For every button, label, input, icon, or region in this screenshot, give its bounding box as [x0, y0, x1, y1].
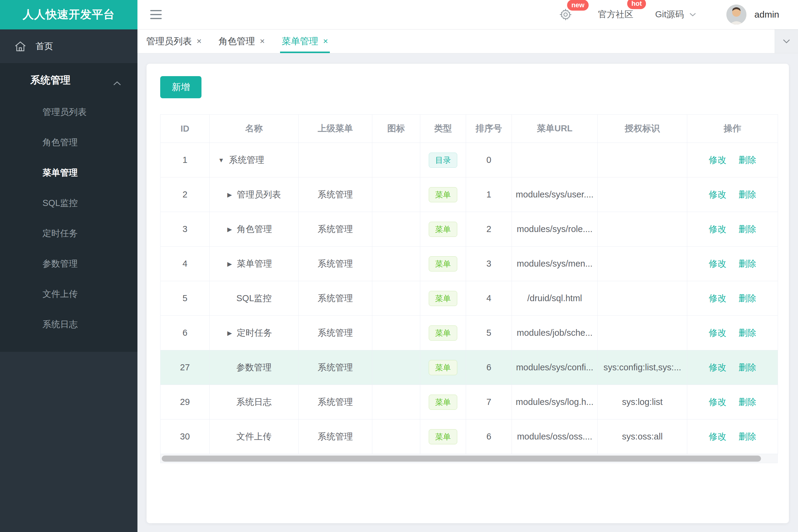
sidebar-item-角色管理[interactable]: 角色管理: [0, 127, 137, 158]
tab-角色管理[interactable]: 角色管理×: [219, 30, 264, 53]
main-content: 新增 ID名称上级菜单图标类型排序号菜单URL授权标识操作 1▼系统管理目录0修…: [137, 53, 798, 532]
cell-icon: [372, 419, 420, 454]
cell-parent-menu: 系统管理: [299, 385, 372, 419]
cell-order: 4: [466, 281, 512, 316]
cell-name: ▶角色管理: [210, 212, 299, 247]
tab-list-dropdown-button[interactable]: [775, 30, 798, 53]
column-header-操作: 操作: [687, 115, 778, 143]
edit-link[interactable]: 修改: [709, 190, 726, 199]
table-row[interactable]: 6▶定时任务系统管理菜单5modules/job/sche...修改删除: [161, 316, 778, 350]
tree-expand-icon[interactable]: ▶: [227, 226, 232, 233]
cell-name: ▶菜单管理: [210, 247, 299, 281]
table-row[interactable]: 3▶角色管理系统管理菜单2modules/sys/role....修改删除: [161, 212, 778, 247]
delete-link[interactable]: 删除: [739, 293, 756, 303]
table-row[interactable]: 4▶菜单管理系统管理菜单3modules/sys/men...修改删除: [161, 247, 778, 281]
cell-perms: sys:log:list: [598, 385, 687, 419]
tab-close-icon[interactable]: ×: [323, 36, 328, 46]
table-row[interactable]: 29系统日志系统管理菜单7modules/sys/log.h...sys:log…: [161, 385, 778, 419]
sidebar-section-toggle[interactable]: 系统管理: [0, 63, 137, 97]
app-logo: 人人快速开发平台: [0, 0, 137, 30]
sidebar-section-system: 系统管理 管理员列表角色管理菜单管理SQL监控定时任务参数管理文件上传系统日志: [0, 63, 137, 352]
sidebar-item-系统日志[interactable]: 系统日志: [0, 309, 137, 340]
sidebar-toggle-button[interactable]: [150, 10, 162, 19]
sidebar-item-定时任务[interactable]: 定时任务: [0, 218, 137, 249]
sidebar-item-参数管理[interactable]: 参数管理: [0, 249, 137, 279]
cell-menu-url: modules/sys/role....: [512, 212, 598, 247]
type-badge: 菜单: [429, 187, 457, 202]
tree-expand-icon[interactable]: ▶: [227, 191, 232, 198]
edit-link[interactable]: 修改: [709, 155, 726, 165]
cell-perms: sys:config:list,sys:...: [598, 350, 687, 385]
cell-perms: [598, 143, 687, 177]
tree-collapse-icon[interactable]: ▼: [218, 157, 224, 164]
edit-link[interactable]: 修改: [709, 397, 726, 407]
sidebar-submenu: 管理员列表角色管理菜单管理SQL监控定时任务参数管理文件上传系统日志: [0, 97, 137, 340]
cell-parent-menu: 系统管理: [299, 212, 372, 247]
sidebar-item-home[interactable]: 首页: [0, 30, 137, 63]
sidebar-item-管理员列表[interactable]: 管理员列表: [0, 97, 137, 127]
tree-expand-icon[interactable]: ▶: [227, 329, 232, 337]
cell-perms: [598, 212, 687, 247]
delete-link[interactable]: 删除: [739, 155, 756, 165]
cell-icon: [372, 177, 420, 212]
tree-expand-icon[interactable]: ▶: [227, 260, 232, 267]
edit-link[interactable]: 修改: [709, 259, 726, 268]
cell-parent-menu: 系统管理: [299, 281, 372, 316]
username[interactable]: admin: [754, 10, 779, 20]
cell-type: 菜单: [420, 212, 466, 247]
tab-菜单管理[interactable]: 菜单管理×: [282, 30, 328, 53]
cell-actions: 修改删除: [687, 316, 778, 350]
sidebar-item-文件上传[interactable]: 文件上传: [0, 279, 137, 309]
tab-close-icon[interactable]: ×: [260, 36, 264, 46]
header-right-cluster: new 官方社区 hot Git源码 admin: [559, 4, 779, 24]
tab-管理员列表[interactable]: 管理员列表×: [146, 30, 202, 53]
cell-name: ▶管理员列表: [210, 177, 299, 212]
edit-link[interactable]: 修改: [709, 432, 726, 441]
cell-parent-menu: [299, 143, 372, 177]
edit-link[interactable]: 修改: [709, 293, 726, 303]
delete-link[interactable]: 删除: [739, 224, 756, 234]
table-row[interactable]: 2▶管理员列表系统管理菜单1modules/sys/user....修改删除: [161, 177, 778, 212]
column-header-上级菜单: 上级菜单: [299, 115, 372, 143]
cell-order: 6: [466, 350, 512, 385]
cell-name: 文件上传: [210, 419, 299, 454]
sidebar-item-菜单管理[interactable]: 菜单管理: [0, 158, 137, 188]
horizontal-scrollbar[interactable]: [160, 454, 778, 463]
avatar[interactable]: [726, 4, 746, 24]
edit-link[interactable]: 修改: [709, 224, 726, 234]
cell-order: 2: [466, 212, 512, 247]
settings-button[interactable]: new: [559, 8, 572, 21]
scrollbar-thumb[interactable]: [162, 456, 761, 462]
cell-perms: [598, 247, 687, 281]
cell-id: 5: [161, 281, 210, 316]
column-header-授权标识: 授权标识: [598, 115, 687, 143]
community-link[interactable]: 官方社区 hot: [598, 8, 633, 21]
git-source-link[interactable]: Git源码: [655, 8, 697, 21]
cell-id: 2: [161, 177, 210, 212]
table-row[interactable]: 27参数管理系统管理菜单6modules/sys/confi...sys:con…: [161, 350, 778, 385]
delete-link[interactable]: 删除: [739, 328, 756, 338]
cell-actions: 修改删除: [687, 247, 778, 281]
table-row[interactable]: 5SQL监控系统管理菜单4/druid/sql.html修改删除: [161, 281, 778, 316]
cell-id: 3: [161, 212, 210, 247]
sidebar-item-SQL监控[interactable]: SQL监控: [0, 188, 137, 218]
menu-management-panel: 新增 ID名称上级菜单图标类型排序号菜单URL授权标识操作 1▼系统管理目录0修…: [147, 64, 789, 523]
delete-link[interactable]: 删除: [739, 432, 756, 441]
cell-icon: [372, 143, 420, 177]
delete-link[interactable]: 删除: [739, 362, 756, 372]
delete-link[interactable]: 删除: [739, 259, 756, 268]
type-badge: 目录: [429, 153, 457, 168]
cell-name: 参数管理: [210, 350, 299, 385]
cell-actions: 修改删除: [687, 143, 778, 177]
table-row[interactable]: 30文件上传系统管理菜单6modules/oss/oss....sys:oss:…: [161, 419, 778, 454]
tab-label: 角色管理: [219, 35, 255, 48]
add-button[interactable]: 新增: [160, 76, 202, 98]
cell-name: ▶定时任务: [210, 316, 299, 350]
table-row[interactable]: 1▼系统管理目录0修改删除: [161, 143, 778, 177]
delete-link[interactable]: 删除: [739, 397, 756, 407]
delete-link[interactable]: 删除: [739, 190, 756, 199]
edit-link[interactable]: 修改: [709, 328, 726, 338]
edit-link[interactable]: 修改: [709, 362, 726, 372]
tab-close-icon[interactable]: ×: [197, 36, 202, 46]
type-badge: 菜单: [429, 291, 457, 306]
